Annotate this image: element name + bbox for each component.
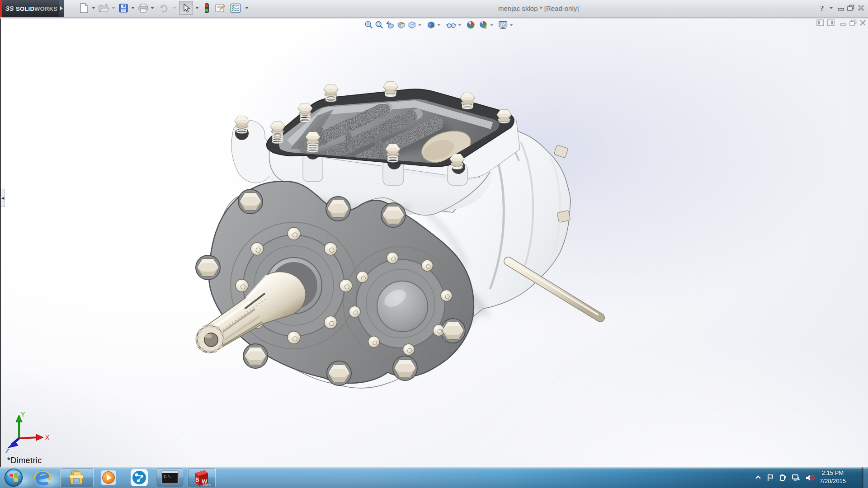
cover-bolt — [235, 116, 249, 133]
edit-appearance-icon[interactable] — [466, 20, 475, 29]
window-title: menjac sklop * [Read-only] — [498, 5, 579, 12]
save-button[interactable] — [118, 2, 129, 14]
start-button[interactable] — [4, 469, 24, 487]
housing-bolt-tab-lower — [557, 211, 571, 223]
apply-scene-icon[interactable] — [478, 20, 488, 29]
solidworks-window: ЗS SOLID WORKS — [0, 0, 868, 488]
cover-bolt — [460, 93, 475, 109]
headsup-toolbar — [363, 19, 514, 30]
display-style-icon[interactable] — [426, 20, 436, 29]
rebuild-traffic-light-icon[interactable] — [201, 2, 212, 14]
undo-button[interactable] — [157, 2, 169, 14]
doc-pane-left-button[interactable] — [816, 19, 824, 28]
select-dropdown[interactable] — [195, 6, 199, 10]
taskbar-internet-explorer[interactable] — [33, 469, 52, 487]
clock-time: 2:15 PM — [816, 469, 850, 477]
svg-text:C:\_: C:\_ — [164, 474, 172, 479]
section-view-icon[interactable] — [396, 20, 406, 29]
brand-text-solid: SOLID — [16, 5, 34, 12]
housing-bolt-tab-upper — [554, 145, 568, 158]
window-restore-button[interactable] — [846, 3, 856, 13]
svg-text:2015: 2015 — [203, 483, 211, 487]
svg-text:S: S — [195, 476, 199, 483]
select-tool-button[interactable] — [179, 1, 193, 15]
hide-show-items-dropdown[interactable] — [458, 23, 461, 26]
cover-bolt — [324, 84, 338, 102]
document-window-controls — [814, 19, 866, 28]
cover-bolt — [450, 154, 464, 169]
network-icon[interactable] — [792, 474, 801, 481]
show-desktop-button[interactable] — [862, 467, 868, 488]
right-dome-cap — [377, 281, 428, 332]
taskbar-media-player[interactable] — [99, 469, 118, 487]
featuremanager-collapse-tab[interactable]: ◀ — [1, 189, 5, 207]
options-button[interactable] — [230, 2, 241, 14]
system-tray — [752, 467, 817, 488]
view-settings-icon[interactable] — [498, 20, 508, 29]
save-dropdown[interactable] — [131, 6, 135, 10]
orientation-triad: Y X Z — [5, 409, 54, 455]
doc-minimize-button[interactable] — [840, 19, 847, 28]
options-dropdown[interactable] — [245, 6, 249, 10]
cover-bolt — [386, 144, 400, 162]
title-bar: ЗS SOLID WORKS — [0, 0, 868, 18]
gearbox-model[interactable] — [150, 54, 611, 389]
cover-bolt — [497, 110, 511, 123]
previous-view-icon[interactable] — [385, 20, 395, 29]
show-hidden-icons[interactable] — [755, 474, 762, 481]
zoom-to-fit-icon[interactable] — [364, 20, 373, 29]
graphics-area[interactable]: ◀ — [0, 19, 868, 467]
window-close-button[interactable] — [856, 3, 866, 13]
window-minimize-button[interactable] — [836, 3, 846, 13]
svg-text:?: ? — [820, 4, 824, 12]
open-dropdown[interactable] — [111, 6, 116, 10]
display-style-dropdown[interactable] — [437, 23, 441, 26]
power-icon[interactable] — [779, 474, 787, 481]
zoom-to-area-icon[interactable] — [374, 20, 383, 29]
taskbar: C:\_ S W 2015 2:15 PM 7/28/2015 — [0, 467, 868, 488]
open-button[interactable] — [98, 2, 110, 14]
print-button[interactable] — [137, 2, 149, 14]
undo-dropdown[interactable] — [172, 6, 177, 10]
triad-y-label: Y — [21, 411, 25, 418]
taskbar-solidworks[interactable]: S W 2015 — [188, 468, 216, 487]
brand-text-works: WORKS — [34, 5, 57, 12]
action-center-icon[interactable] — [766, 474, 774, 481]
cover-bolt — [298, 103, 312, 122]
taskbar-windows-explorer[interactable] — [60, 468, 94, 487]
help-dropdown[interactable] — [828, 3, 834, 13]
volume-muted-icon[interactable] — [805, 474, 815, 482]
taskbar-edrawings[interactable] — [129, 469, 149, 487]
orientation-label: *Dimetric — [7, 456, 42, 465]
view-orientation-dropdown[interactable] — [418, 23, 421, 26]
help-button[interactable]: ? — [818, 3, 828, 13]
doc-restore-button[interactable] — [849, 19, 857, 28]
cover-bolt — [383, 82, 398, 97]
apply-scene-dropdown[interactable] — [490, 23, 493, 26]
triad-x-label: X — [45, 434, 50, 441]
new-document-button[interactable] — [78, 2, 90, 14]
cover-bolt — [306, 132, 320, 152]
cover-bolt — [270, 122, 285, 144]
hide-show-items-icon[interactable] — [446, 20, 457, 29]
new-document-dropdown[interactable] — [91, 6, 96, 10]
doc-close-button[interactable] — [859, 19, 866, 28]
clock-date: 7/28/2015 — [816, 477, 850, 485]
view-settings-dropdown[interactable] — [509, 23, 513, 26]
brand-glyph: ЗS — [5, 5, 14, 12]
view-orientation-icon[interactable] — [407, 20, 416, 29]
file-properties-button[interactable] — [214, 2, 226, 14]
solidworks-logo[interactable]: ЗS SOLID WORKS — [2, 0, 59, 17]
brand-flyout-arrow[interactable] — [59, 0, 64, 17]
taskbar-clock[interactable]: 2:15 PM 7/28/2015 — [816, 469, 850, 485]
doc-pane-right-button[interactable] — [827, 19, 835, 28]
triad-z-label: Z — [5, 447, 9, 455]
print-dropdown[interactable] — [150, 6, 155, 10]
taskbar-command-prompt[interactable]: C:\_ — [156, 468, 184, 487]
